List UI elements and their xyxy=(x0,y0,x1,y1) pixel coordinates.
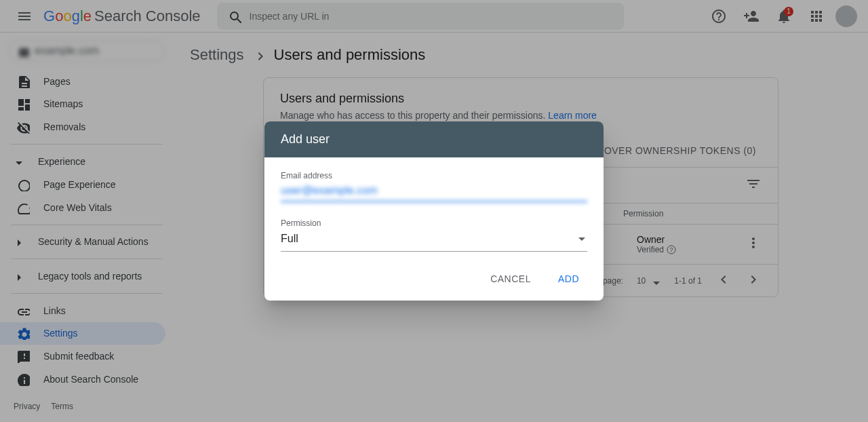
dropdown-icon xyxy=(574,231,587,244)
cancel-button[interactable]: CANCEL xyxy=(479,268,542,290)
modal-scrim[interactable]: Add user Email address Permission Full C… xyxy=(0,0,868,422)
add-user-dialog: Add user Email address Permission Full C… xyxy=(264,121,604,301)
permission-value: Full xyxy=(281,233,298,245)
email-input[interactable] xyxy=(281,180,587,202)
add-button[interactable]: ADD xyxy=(547,268,590,290)
permission-select[interactable]: Full xyxy=(281,228,587,252)
dialog-title: Add user xyxy=(264,121,604,157)
permission-label: Permission xyxy=(281,218,587,228)
email-label: Email address xyxy=(281,171,587,180)
